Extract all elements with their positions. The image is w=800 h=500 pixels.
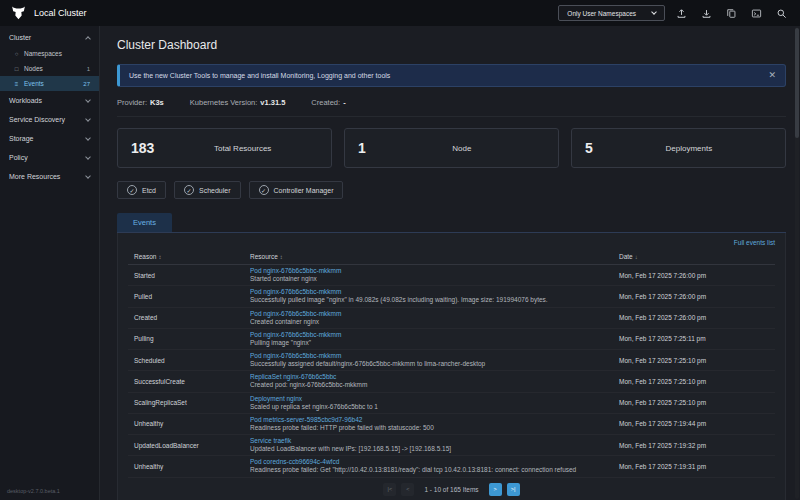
resource-link[interactable]: Pod nginx-676b6c5bbc-mkkmm bbox=[250, 310, 611, 318]
sort-icon: ↕ bbox=[280, 254, 283, 260]
event-date: Mon, Feb 17 2025 7:26:00 pm bbox=[619, 293, 769, 300]
resource-link[interactable]: Pod nginx-676b6c5bbc-mkkmm bbox=[250, 288, 611, 296]
table-row: CreatedPod nginx-676b6c5bbc-mkkmmCreated… bbox=[128, 308, 775, 329]
stat-value: 1 bbox=[358, 140, 366, 156]
badge-label: Etcd bbox=[142, 187, 156, 194]
event-resource-cell: Pod nginx-676b6c5bbc-mkkmmCreated contai… bbox=[250, 310, 611, 326]
column-label: Reason bbox=[134, 253, 156, 260]
stat-value: 183 bbox=[131, 140, 154, 156]
search-icon[interactable] bbox=[772, 4, 790, 22]
check-icon: ✓ bbox=[259, 185, 269, 195]
event-reason: Unhealthy bbox=[134, 463, 242, 470]
health-badge-etcd: ✓ Etcd bbox=[117, 181, 166, 199]
events-table-body: StartedPod nginx-676b6c5bbc-mkkmmStarted… bbox=[128, 265, 775, 478]
rancher-desktop-logo bbox=[10, 6, 27, 21]
resource-link[interactable]: Pod metrics-server-5985cbc9d7-96b42 bbox=[250, 416, 611, 424]
sidebar-item-namespaces[interactable]: ○ Namespaces bbox=[0, 46, 99, 61]
cluster-name: Local Cluster bbox=[34, 8, 87, 18]
created-meta: Created:- bbox=[311, 98, 345, 107]
table-row: UpdatedLoadBalancerService traefikUpdate… bbox=[128, 435, 775, 456]
namespaces-icon: ○ bbox=[13, 51, 20, 57]
copy-kubeconfig-icon[interactable] bbox=[722, 4, 740, 22]
sort-icon: ↕ bbox=[158, 254, 161, 260]
item-count-badge: 27 bbox=[83, 81, 90, 87]
sidebar-section-policy[interactable]: Policy bbox=[0, 148, 99, 167]
chevron-down-icon bbox=[85, 135, 91, 141]
sidebar-item-events[interactable]: ≡ Events 27 bbox=[0, 76, 99, 91]
event-reason: SuccessfulCreate bbox=[134, 378, 242, 385]
events-tabbar: Events bbox=[117, 213, 786, 233]
column-header-reason[interactable]: Reason↕ bbox=[134, 253, 242, 260]
section-label: Workloads bbox=[9, 97, 42, 104]
sidebar-group-label: Cluster bbox=[9, 34, 31, 41]
event-resource-cell: Pod nginx-676b6c5bbc-mkkmmStarted contai… bbox=[250, 267, 611, 283]
top-bar: Local Cluster Only User Namespaces bbox=[0, 0, 800, 26]
event-date: Mon, Feb 17 2025 7:19:32 pm bbox=[619, 442, 769, 449]
download-kubeconfig-icon[interactable] bbox=[697, 4, 715, 22]
meta-value: K3s bbox=[150, 98, 164, 107]
stat-value: 5 bbox=[585, 140, 593, 156]
sidebar-group-cluster[interactable]: Cluster bbox=[0, 26, 99, 46]
first-page-button[interactable]: |< bbox=[383, 483, 396, 496]
app-version: desktop-v2.7.0.beta.1 bbox=[7, 488, 60, 494]
resource-link[interactable]: Pod nginx-676b6c5bbc-mkkmm bbox=[250, 331, 611, 339]
namespace-filter-dropdown[interactable]: Only User Namespaces bbox=[558, 5, 665, 21]
resource-link[interactable]: Service traefik bbox=[250, 437, 611, 445]
table-row: ScheduledPod nginx-676b6c5bbc-mkkmmSucce… bbox=[128, 350, 775, 371]
meta-label: Provider: bbox=[117, 98, 147, 107]
event-resource-cell: Pod nginx-676b6c5bbc-mkkmmSuccessfully p… bbox=[250, 288, 611, 304]
resource-link[interactable]: Deployment nginx bbox=[250, 395, 611, 403]
column-header-date[interactable]: Date↓ bbox=[619, 253, 769, 260]
health-badge-scheduler: ✓ Scheduler bbox=[174, 181, 241, 199]
kubectl-shell-icon[interactable] bbox=[747, 4, 765, 22]
banner-text: Use the new Cluster Tools to manage and … bbox=[129, 72, 390, 79]
previous-page-button[interactable]: < bbox=[401, 483, 414, 496]
sidebar-item-nodes[interactable]: □ Nodes 1 bbox=[0, 61, 99, 76]
event-resource-cell: Pod nginx-676b6c5bbc-mkkmmSuccessfully a… bbox=[250, 352, 611, 368]
table-row: StartedPod nginx-676b6c5bbc-mkkmmStarted… bbox=[128, 265, 775, 286]
nodes-icon: □ bbox=[13, 66, 20, 72]
meta-label: Created: bbox=[311, 98, 340, 107]
event-date: Mon, Feb 17 2025 7:19:31 pm bbox=[619, 463, 769, 470]
event-message: Scaled up replica set nginx-676b6c5bbc t… bbox=[250, 403, 611, 411]
stat-card-total-resources: 183 Total Resources bbox=[117, 128, 332, 168]
full-events-list-link[interactable]: Full events list bbox=[128, 239, 775, 246]
tab-events[interactable]: Events bbox=[117, 213, 172, 232]
resource-link[interactable]: ReplicaSet nginx-676b6c5bbc bbox=[250, 373, 611, 381]
event-message: Readiness probe failed: Get "http://10.4… bbox=[250, 466, 611, 474]
resource-link[interactable]: Pod nginx-676b6c5bbc-mkkmm bbox=[250, 267, 611, 275]
event-resource-cell: Deployment nginxScaled up replica set ng… bbox=[250, 395, 611, 411]
close-icon[interactable]: ✕ bbox=[768, 71, 776, 80]
meta-label: Kubernetes Version: bbox=[190, 98, 258, 107]
event-message: Started container nginx bbox=[250, 275, 611, 283]
events-table-header: Reason↕ Resource↕ Date↓ bbox=[128, 251, 775, 265]
stat-label: Deployments bbox=[593, 144, 785, 153]
health-badge-controller-manager: ✓ Controller Manager bbox=[249, 181, 344, 199]
main-content: Cluster Dashboard Use the new Cluster To… bbox=[101, 26, 800, 500]
table-row: SuccessfulCreateReplicaSet nginx-676b6c5… bbox=[128, 371, 775, 392]
resource-link[interactable]: Pod nginx-676b6c5bbc-mkkmm bbox=[250, 352, 611, 360]
next-page-button[interactable]: > bbox=[489, 483, 502, 496]
provider-meta: Provider:K3s bbox=[117, 98, 164, 107]
event-date: Mon, Feb 17 2025 7:26:00 pm bbox=[619, 272, 769, 279]
sidebar-section-more-resources[interactable]: More Resources bbox=[0, 167, 99, 186]
item-count-badge: 1 bbox=[87, 66, 90, 72]
event-resource-cell: Pod metrics-server-5985cbc9d7-96b42Readi… bbox=[250, 416, 611, 432]
health-badges-row: ✓ Etcd ✓ Scheduler ✓ Controller Manager bbox=[117, 181, 786, 199]
column-header-resource[interactable]: Resource↕ bbox=[250, 253, 611, 260]
event-message: Pulling image "nginx" bbox=[250, 339, 611, 347]
sidebar-section-service-discovery[interactable]: Service Discovery bbox=[0, 110, 99, 129]
sort-desc-icon: ↓ bbox=[635, 254, 638, 260]
sidebar-item-label: Namespaces bbox=[24, 50, 62, 57]
scrollbar[interactable] bbox=[795, 28, 799, 138]
chevron-down-icon bbox=[85, 97, 91, 103]
resource-link[interactable]: Pod coredns-ccb96694c-4wfcd bbox=[250, 458, 611, 466]
sidebar-section-storage[interactable]: Storage bbox=[0, 129, 99, 148]
import-yaml-icon[interactable] bbox=[672, 4, 690, 22]
last-page-button[interactable]: >| bbox=[507, 483, 520, 496]
meta-value: - bbox=[343, 98, 346, 107]
sidebar-section-workloads[interactable]: Workloads bbox=[0, 91, 99, 110]
table-row: PullingPod nginx-676b6c5bbc-mkkmmPulling… bbox=[128, 329, 775, 350]
stat-card-deployments: 5 Deployments bbox=[571, 128, 786, 168]
event-message: Readiness probe failed: HTTP probe faile… bbox=[250, 424, 611, 432]
